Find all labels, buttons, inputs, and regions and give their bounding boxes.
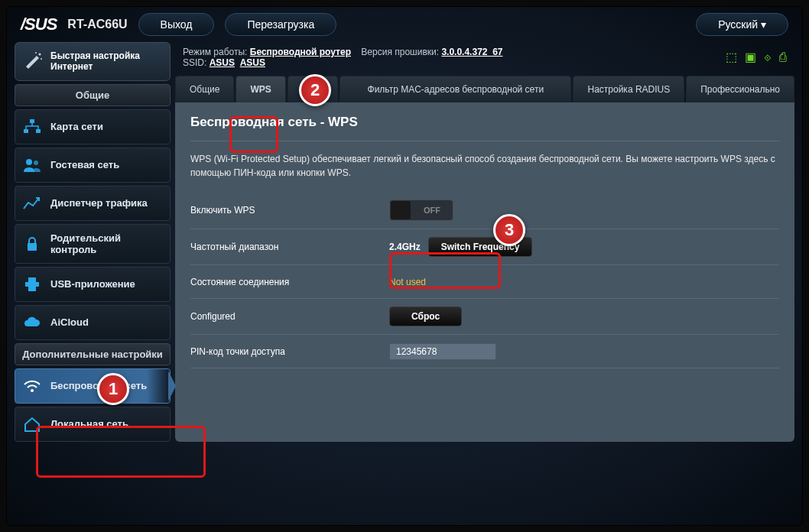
svg-point-0 <box>39 54 41 56</box>
row-configured: Configured Сброс <box>190 299 779 335</box>
row-enable-wps: Включить WPS OFF <box>190 192 779 229</box>
wps-panel: Беспроводная сеть - WPS WPS (Wi-Fi Prote… <box>175 102 794 442</box>
svg-rect-5 <box>36 129 41 133</box>
logout-button[interactable]: Выход <box>138 13 215 36</box>
content-area: Режим работы: Беспроводной роутер Версия… <box>175 42 794 442</box>
guest-icon <box>21 156 43 174</box>
nav-label: Карта сети <box>50 121 103 132</box>
marker-2: 2 <box>299 74 331 106</box>
chevron-down-icon: ▾ <box>761 18 766 31</box>
svg-rect-4 <box>24 129 28 133</box>
nav-traffic-manager[interactable]: Диспетчер трафика <box>15 186 171 221</box>
toggle-state: OFF <box>411 206 453 215</box>
wps-toggle[interactable]: OFF <box>389 200 453 221</box>
mode-link[interactable]: Беспроводной роутер <box>250 47 351 57</box>
svg-point-9 <box>31 389 34 392</box>
nav-guest-network[interactable]: Гостевая сеть <box>15 148 171 183</box>
frequency-value: 2.4GHz <box>389 242 421 252</box>
quick-setup-button[interactable]: Быстрая настройка Интернет <box>15 42 171 81</box>
ssid1-link[interactable]: ASUS <box>210 57 235 68</box>
status-icons: ⬚ ▣ ⟐ ⎙ <box>726 47 787 64</box>
wand-icon <box>21 50 44 72</box>
row-frequency: Частотный диапазон 2.4GHz Switch Frequen… <box>190 229 779 265</box>
language-select[interactable]: Русский ▾ <box>696 13 788 36</box>
section-advanced: Дополнительные настройки <box>15 343 171 365</box>
model-name: RT-AC66U <box>67 18 127 31</box>
info-bar: Режим работы: Беспроводной роутер Версия… <box>175 42 794 73</box>
status-icon-2[interactable]: ▣ <box>745 50 756 64</box>
reboot-button[interactable]: Перезагрузка <box>225 13 336 36</box>
router-admin-ui: /SUS RT-AC66U Выход Перезагрузка Русский… <box>6 6 803 526</box>
home-icon <box>21 415 43 433</box>
nav-label: Диспетчер трафика <box>50 197 148 209</box>
wifi-icon <box>21 377 43 395</box>
tab-mac-filter[interactable]: Фильтр MAC-адресов беспроводной сети <box>340 76 571 102</box>
firmware-link[interactable]: 3.0.0.4.372_67 <box>441 47 502 57</box>
status-icon-1[interactable]: ⬚ <box>726 50 737 64</box>
connection-value: Not used <box>389 277 426 287</box>
nav-label: Родительский контроль <box>50 232 164 255</box>
reset-button[interactable]: Сброс <box>389 307 462 326</box>
network-icon <box>21 118 43 136</box>
tabs: Общие WPS Мост Фильтр MAC-адресов беспро… <box>175 76 794 102</box>
usb-status-icon[interactable]: ⟐ <box>764 50 772 64</box>
tab-wps[interactable]: WPS <box>236 76 285 102</box>
nav-label: USB-приложение <box>50 278 135 290</box>
nav-label: AiCloud <box>50 316 89 328</box>
marker-1: 1 <box>97 373 129 405</box>
lock-icon <box>21 235 43 253</box>
svg-rect-8 <box>28 243 37 251</box>
panel-description: WPS (Wi-Fi Protected Setup) обеспечивает… <box>190 152 779 180</box>
svg-point-6 <box>26 159 32 165</box>
ssid2-link[interactable]: ASUS <box>240 57 265 68</box>
svg-rect-3 <box>30 119 34 123</box>
tab-radius[interactable]: Настройка RADIUS <box>573 76 684 102</box>
svg-point-2 <box>35 52 37 54</box>
nav-network-map[interactable]: Карта сети <box>15 109 171 144</box>
nav-usb-app[interactable]: USB-приложение <box>15 267 171 302</box>
traffic-icon <box>21 194 43 212</box>
nav-label: Локальная сеть <box>50 418 128 430</box>
brand-logo: /SUS <box>21 15 57 34</box>
nav-lan[interactable]: Локальная сеть <box>15 407 171 442</box>
printer-status-icon[interactable]: ⎙ <box>779 50 787 64</box>
marker-3: 3 <box>493 214 525 246</box>
svg-point-7 <box>34 161 38 165</box>
svg-point-1 <box>41 58 42 60</box>
toggle-knob <box>391 201 411 219</box>
nav-label: Гостевая сеть <box>50 159 119 170</box>
row-connection-state: Состояние соединения Not used <box>190 265 779 299</box>
topbar: /SUS RT-AC66U Выход Перезагрузка Русский… <box>7 7 802 42</box>
row-pin: PIN-код точки доступа 12345678 <box>190 335 779 368</box>
pin-value: 12345678 <box>389 343 496 360</box>
sidebar: Быстрая настройка Интернет Общие Карта с… <box>15 42 171 442</box>
nav-wireless[interactable]: Беспроводная сеть <box>15 368 171 404</box>
tab-professional[interactable]: Профессионально <box>686 76 794 102</box>
nav-parental-control[interactable]: Родительский контроль <box>15 224 171 264</box>
usb-icon <box>21 275 43 294</box>
section-general: Общие <box>15 84 171 106</box>
panel-title: Беспроводная сеть - WPS <box>190 115 779 130</box>
nav-aicloud[interactable]: AiCloud <box>15 305 171 340</box>
cloud-icon <box>21 313 43 332</box>
tab-general[interactable]: Общие <box>175 76 234 102</box>
